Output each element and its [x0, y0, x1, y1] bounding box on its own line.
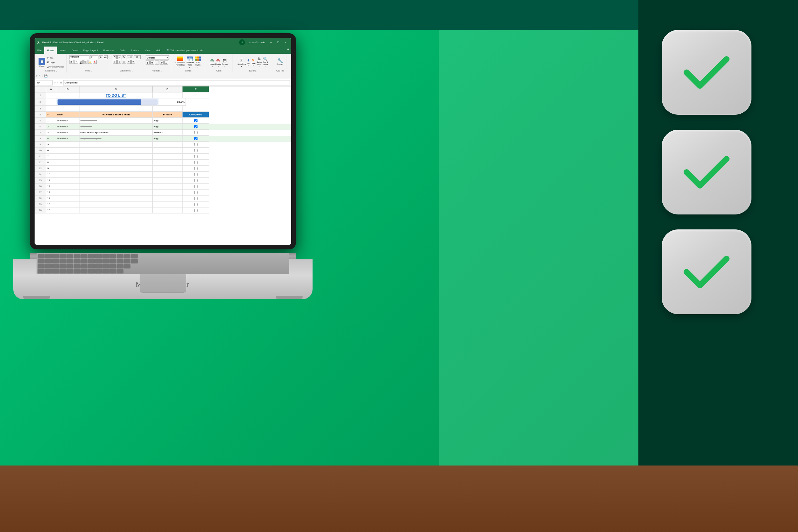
font-color-btn[interactable]: A [93, 60, 97, 64]
key[interactable] [109, 269, 116, 273]
align-bottom-btn[interactable]: ⇲ [122, 55, 126, 59]
checkbox-7[interactable] [194, 131, 197, 134]
cut-button[interactable]: ✂ Cut [46, 56, 64, 60]
key[interactable] [52, 264, 59, 268]
key[interactable] [81, 259, 88, 263]
key[interactable] [102, 254, 109, 258]
cell-a1[interactable] [46, 92, 56, 98]
cell-b7[interactable]: 9/8/2015 [56, 130, 79, 136]
key[interactable] [95, 254, 102, 258]
key[interactable] [38, 259, 44, 263]
cell-e8[interactable] [183, 136, 209, 141]
cell-b1[interactable] [56, 92, 79, 98]
key[interactable] [124, 254, 130, 258]
checkbox-6[interactable] [194, 125, 197, 128]
confirm-formula-icon[interactable]: ✓ [57, 81, 59, 84]
col-header-c[interactable]: C [79, 87, 153, 92]
cell-e5[interactable] [183, 118, 209, 124]
cell-b3[interactable] [56, 106, 79, 112]
number-format-select[interactable]: General ▾ [146, 55, 169, 60]
underline-btn[interactable]: U [79, 60, 83, 64]
sort-filter-btn[interactable]: ⇅ Sort &Filter ▾ [257, 57, 262, 68]
redo-btn[interactable]: ↪ [39, 75, 41, 77]
paste-button[interactable]: 📋 Paste [38, 57, 46, 68]
cell-a7[interactable]: 3 [46, 130, 56, 136]
align-top-btn[interactable]: ⇱ [113, 55, 117, 59]
tab-file[interactable]: File [35, 46, 44, 54]
cell-reference-box[interactable]: E4 [36, 80, 53, 86]
cell-d6[interactable]: High [153, 124, 183, 130]
tab-pagelayout[interactable]: Page Layout [80, 46, 101, 54]
key[interactable] [45, 254, 52, 258]
key[interactable] [124, 259, 130, 263]
cell-progress-pct[interactable]: 83.3% [159, 98, 186, 106]
key[interactable] [124, 264, 130, 268]
key[interactable] [52, 259, 59, 263]
key[interactable] [102, 269, 109, 273]
clear-btn[interactable]: ✕ Clear ▾ [251, 58, 255, 66]
key[interactable] [45, 264, 52, 268]
key[interactable] [102, 264, 109, 268]
decrease-indent-btn[interactable]: ⇤ [127, 60, 131, 64]
cell-a3[interactable] [46, 106, 56, 112]
cell-b6[interactable]: 9/8/2015 [56, 124, 79, 130]
tab-help[interactable]: Help [153, 46, 164, 54]
col-header-d[interactable]: D [153, 87, 183, 92]
key[interactable] [59, 264, 66, 268]
key[interactable] [66, 264, 73, 268]
cell-a5[interactable]: 1 [46, 118, 56, 124]
align-right-btn[interactable]: ≡ [122, 60, 126, 64]
cell-c4[interactable]: Activities / Tasks / Items [79, 112, 153, 118]
tab-search[interactable]: 🔍 Tell me what you want to do [164, 46, 206, 54]
key[interactable] [109, 264, 116, 268]
key[interactable] [81, 269, 88, 273]
merge-btn[interactable]: ⊞ [134, 55, 141, 59]
cell-a6[interactable]: 2 [46, 124, 56, 130]
cell-c7[interactable]: Get Dentist Appointment [79, 130, 153, 136]
cell-progress[interactable] [56, 98, 159, 106]
font-size-select[interactable]: 9 [90, 55, 98, 59]
bold-btn[interactable]: B [70, 60, 74, 64]
key[interactable] [59, 269, 66, 273]
maximize-btn[interactable]: □ [275, 40, 281, 44]
delete-btn[interactable]: ⊖ Delete ▾ [215, 58, 221, 67]
key[interactable] [88, 264, 95, 268]
conditional-formatting-btn[interactable]: ConditionalFormatting ▾ [175, 57, 185, 68]
key[interactable] [38, 254, 44, 258]
cell-d1[interactable] [153, 92, 183, 98]
checkbox-5[interactable] [194, 119, 197, 122]
ribbon-expand-icon[interactable]: ∧ [285, 46, 291, 54]
cell-d8[interactable]: High [153, 136, 183, 141]
key[interactable] [66, 269, 73, 273]
border-btn[interactable]: ⊟ [83, 60, 88, 64]
formula-input[interactable]: Completed [63, 80, 290, 86]
autosum-btn[interactable]: Σ AutoSum ▾ [238, 58, 246, 67]
italic-btn[interactable]: I [74, 60, 78, 64]
key[interactable] [66, 259, 73, 263]
comma-btn[interactable]: , [155, 60, 159, 64]
undo-btn[interactable]: ↩ [36, 75, 38, 77]
addins-btn[interactable]: 🔧 Add-ins ▾ [277, 58, 283, 67]
minimize-btn[interactable]: − [268, 40, 274, 44]
tab-draw[interactable]: Draw [69, 46, 80, 54]
insert-btn[interactable]: ⊕ Insert ▾ [210, 58, 215, 67]
cell-d7[interactable]: Medium [153, 130, 183, 136]
key[interactable] [74, 259, 80, 263]
window-controls[interactable]: − □ × [268, 40, 289, 44]
key[interactable] [38, 269, 44, 273]
key[interactable] [102, 259, 109, 263]
cell-a8[interactable]: 4 [46, 136, 56, 141]
key[interactable] [88, 269, 95, 273]
tab-view[interactable]: View [142, 46, 153, 54]
key[interactable] [45, 259, 52, 263]
key[interactable] [66, 254, 73, 258]
tab-review[interactable]: Review [128, 46, 142, 54]
align-middle-btn[interactable]: ⇔ [117, 55, 121, 59]
cell-c6[interactable]: Call Mom [79, 124, 153, 130]
cell-c5[interactable]: Get Groceries [79, 118, 153, 124]
key[interactable] [45, 269, 52, 273]
fill-btn[interactable]: ⬇ Fill ▾ [247, 58, 250, 66]
cell-c3[interactable] [79, 106, 153, 112]
key[interactable] [74, 264, 80, 268]
cell-e6[interactable] [183, 124, 209, 130]
